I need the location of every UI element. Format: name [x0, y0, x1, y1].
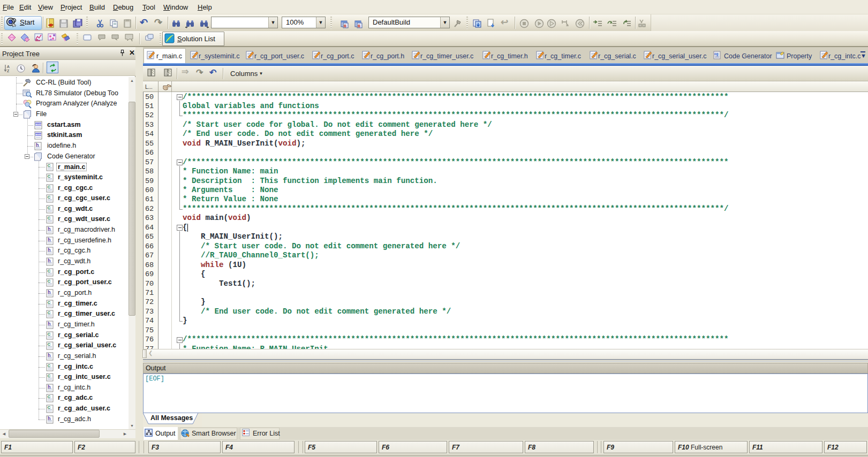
svg-text:A: A [7, 65, 10, 68]
svg-text:Z: Z [7, 69, 10, 73]
svg-text:B: B [344, 24, 346, 28]
svg-text:B: B [358, 24, 360, 28]
svg-text:cg: cg [714, 52, 719, 56]
